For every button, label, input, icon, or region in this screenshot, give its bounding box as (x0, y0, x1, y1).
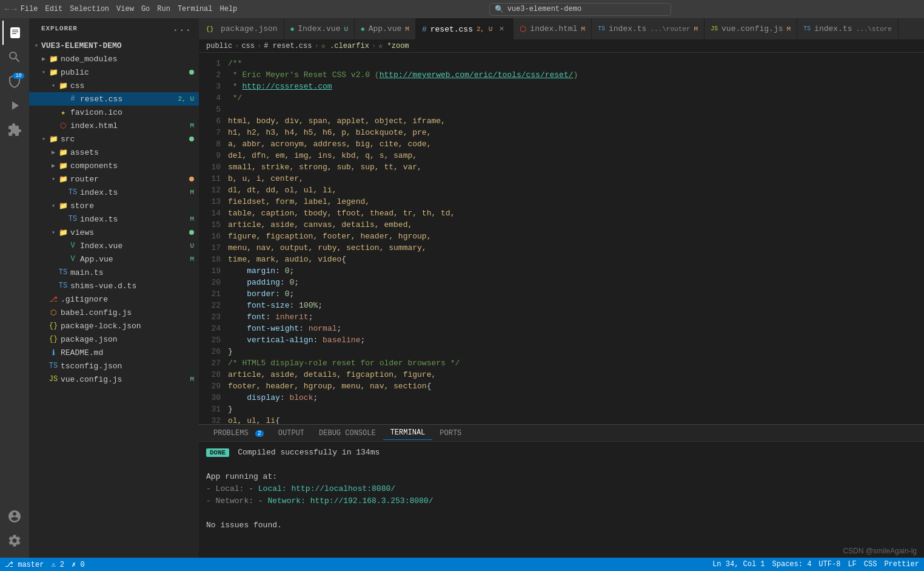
tab-app-vue[interactable]: ◆ App.vue M (355, 18, 416, 39)
favicon-label: favicon.ico (70, 108, 199, 117)
menu-terminal[interactable]: Terminal (178, 5, 213, 13)
menu-run[interactable]: Run (157, 5, 170, 13)
status-language[interactable]: CSS (864, 560, 877, 569)
file-tree: ▾ VUE3-ELEMENT-DEMO ▶ 📁 node_modules ▾ 📁… (29, 36, 199, 558)
activity-bar: 10 (0, 18, 29, 558)
breadcrumb-css[interactable]: css (241, 42, 255, 50)
tab-json-icon: {} (205, 25, 215, 33)
tree-item-package-lock[interactable]: ▶ {} package-lock.json (29, 319, 199, 333)
status-warnings[interactable]: ⚠ 2 (51, 560, 64, 569)
tree-item-favicon[interactable]: ▶ ★ favicon.ico (29, 106, 199, 119)
tree-item-root[interactable]: ▾ VUE3-ELEMENT-DEMO (29, 39, 199, 52)
gitignore-label: .gitignore (61, 295, 199, 304)
breadcrumb-clearfix[interactable]: ☆ .clearfix (321, 41, 369, 50)
tree-item-gitignore[interactable]: ▶ ⎇ .gitignore (29, 292, 199, 306)
tree-item-public[interactable]: ▾ 📁 public (29, 66, 199, 79)
json-file-icon: {} (49, 322, 58, 330)
status-spaces[interactable]: Spaces: 4 (772, 560, 812, 569)
source-control-badge: 10 (13, 73, 24, 79)
tree-item-app-vue[interactable]: ▶ V App.vue M (29, 252, 199, 266)
tree-item-router[interactable]: ▾ 📁 router (29, 172, 199, 186)
html-file-icon: ⬡ (58, 121, 68, 130)
tree-item-router-index[interactable]: ▶ TS index.ts M (29, 186, 199, 199)
menu-view[interactable]: View (116, 5, 134, 13)
tab-close-button[interactable]: × (496, 24, 507, 35)
term-tab-ports[interactable]: PORTS (432, 427, 469, 440)
tree-item-src[interactable]: ▾ 📁 src (29, 132, 199, 146)
tree-item-index-vue[interactable]: ▶ V Index.vue U (29, 239, 199, 252)
activity-account[interactable] (2, 504, 27, 529)
title-bar: ← → File Edit Selection View Go Run Term… (0, 0, 924, 18)
status-errors[interactable]: ✗ 0 (72, 560, 85, 569)
status-branch[interactable]: ⎇ master (5, 560, 44, 569)
tree-item-node-modules[interactable]: ▶ 📁 node_modules (29, 52, 199, 66)
nav-arrows[interactable]: ← → (5, 5, 17, 14)
tab-reset-css[interactable]: # reset.css 2, U × (416, 18, 514, 39)
menu-selection[interactable]: Selection (70, 5, 109, 13)
app-vue-label: App.vue (80, 255, 190, 264)
tree-item-views[interactable]: ▾ 📁 views (29, 226, 199, 239)
tree-item-css[interactable]: ▾ 📁 css (29, 79, 199, 92)
term-tab-debug[interactable]: DEBUG CONSOLE (312, 427, 383, 440)
tree-item-reset-css[interactable]: ▶ # reset.css 2, U (29, 92, 199, 106)
tab-path: ...\store (856, 25, 892, 33)
tree-item-assets[interactable]: ▶ 📁 assets (29, 146, 199, 159)
activity-run[interactable] (2, 93, 27, 118)
status-formatter[interactable]: Prettier (884, 560, 919, 569)
code-content[interactable]: /** * Eric Meyer's Reset CSS v2.0 (http:… (228, 53, 924, 424)
chevron-down-icon: ▾ (49, 202, 58, 209)
chevron-down-icon: ▾ (32, 42, 41, 49)
menu-go[interactable]: Go (141, 5, 150, 13)
code-editor: 12345 678910 1112131415 1617181920 21222… (199, 53, 924, 424)
back-arrow[interactable]: ← (5, 5, 10, 14)
tree-item-shims-vue[interactable]: ▶ TS shims-vue.d.ts (29, 279, 199, 292)
terminal-no-issues: No issues found. (206, 519, 917, 532)
breadcrumb-public[interactable]: public (206, 42, 232, 50)
tab-vue-config[interactable]: JS vue.config.js M (705, 18, 797, 39)
tree-item-store-index[interactable]: ▶ TS index.ts M (29, 212, 199, 226)
tab-css-icon: # (422, 25, 427, 34)
activity-search[interactable] (2, 45, 27, 69)
activity-source-control[interactable]: 10 (2, 69, 27, 93)
tree-item-readme[interactable]: ▶ ℹ README.md (29, 346, 199, 359)
activity-settings[interactable] (2, 529, 27, 553)
tree-item-tsconfig[interactable]: ▶ TS tsconfig.json (29, 359, 199, 373)
breadcrumb-file[interactable]: # reset.css (264, 42, 312, 50)
activity-explorer[interactable] (2, 21, 27, 45)
tab-package-json[interactable]: {} package.json (199, 18, 284, 39)
tree-item-package-json[interactable]: ▶ {} package.json (29, 333, 199, 346)
term-tab-problems[interactable]: PROBLEMS 2 (206, 427, 271, 440)
status-eol[interactable]: LF (848, 560, 856, 569)
search-bar[interactable]: 🔍 vue3-element-demo (489, 3, 671, 16)
menu-help[interactable]: Help (220, 5, 238, 13)
chevron-down-icon: ▾ (49, 229, 58, 236)
tree-item-components[interactable]: ▶ 📁 components (29, 159, 199, 172)
vue-config-label: vue.config.js (61, 375, 190, 384)
term-tab-terminal[interactable]: TERMINAL (383, 426, 433, 440)
tree-item-babel-config[interactable]: ▶ ⬡ babel.config.js (29, 306, 199, 319)
activity-extensions[interactable] (2, 118, 27, 142)
tree-item-main-ts[interactable]: ▶ TS main.ts (29, 266, 199, 279)
status-encoding[interactable]: UTF-8 (819, 560, 840, 569)
tab-router-index[interactable]: TS index.ts ...\router M (592, 18, 705, 39)
tree-item-store[interactable]: ▾ 📁 store (29, 199, 199, 212)
menu-file[interactable]: File (21, 5, 38, 13)
chevron-right-icon: ▶ (49, 149, 58, 156)
tree-item-vue-config[interactable]: ▶ JS vue.config.js M (29, 373, 199, 386)
tree-item-index-html-pub[interactable]: ▶ ⬡ index.html M (29, 119, 199, 132)
package-lock-label: package-lock.json (61, 322, 199, 331)
network-link[interactable]: - Network: http://192.168.3.253:8080/ (258, 496, 434, 505)
sidebar-more-button[interactable]: ... (173, 23, 192, 34)
tab-store-index[interactable]: TS index.ts ...\store (797, 18, 899, 39)
ico-file-icon: ★ (58, 108, 68, 117)
tab-index-vue[interactable]: ◆ Index.vue U (284, 18, 355, 39)
local-link[interactable]: - Local: http://localhost:8080/ (249, 484, 395, 493)
breadcrumb-zoom[interactable]: ☆ *zoom (378, 41, 409, 50)
ts-file-icon: TS (58, 268, 68, 277)
terminal-tabs: PROBLEMS 2 OUTPUT DEBUG CONSOLE TERMINAL… (199, 425, 924, 442)
forward-arrow[interactable]: → (12, 5, 17, 14)
status-position[interactable]: Ln 34, Col 1 (712, 560, 765, 569)
menu-edit[interactable]: Edit (45, 5, 62, 13)
tab-index-html[interactable]: ⬡ index.html M (514, 18, 592, 39)
term-tab-output[interactable]: OUTPUT (271, 427, 312, 440)
